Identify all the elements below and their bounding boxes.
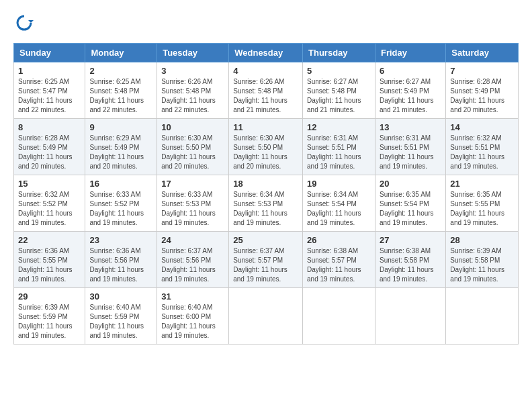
day-number: 4 [233,66,298,76]
weekday-monday: Monday [85,44,157,62]
calendar: SundayMondayTuesdayWednesdayThursdayFrid… [13,43,519,345]
day-info: Sunrise: 6:32 AMSunset: 5:51 PMDaylight:… [450,134,514,171]
calendar-cell: 8 Sunrise: 6:28 AMSunset: 5:49 PMDayligh… [14,119,85,175]
logo-icon [15,13,34,32]
day-number: 26 [307,235,371,245]
day-number: 12 [307,122,371,132]
day-info: Sunrise: 6:38 AMSunset: 5:58 PMDaylight:… [380,246,441,284]
day-number: 3 [161,66,224,76]
day-info: Sunrise: 6:27 AMSunset: 5:48 PMDaylight:… [307,77,371,115]
day-info: Sunrise: 6:39 AMSunset: 5:58 PMDaylight:… [450,246,514,284]
day-info: Sunrise: 6:25 AMSunset: 5:47 PMDaylight:… [18,77,81,115]
day-info: Sunrise: 6:31 AMSunset: 5:51 PMDaylight:… [307,134,371,171]
calendar-cell: 7 Sunrise: 6:28 AMSunset: 5:49 PMDayligh… [446,62,519,119]
day-info: Sunrise: 6:31 AMSunset: 5:51 PMDaylight:… [380,134,441,171]
day-number: 6 [380,66,441,76]
calendar-cell: 19 Sunrise: 6:34 AMSunset: 5:54 PMDaylig… [303,175,375,232]
day-number: 1 [18,66,81,76]
day-info: Sunrise: 6:40 AMSunset: 5:59 PMDaylight:… [89,303,152,340]
calendar-cell: 6 Sunrise: 6:27 AMSunset: 5:49 PMDayligh… [375,62,445,119]
calendar-week-5: 29 Sunrise: 6:39 AMSunset: 5:59 PMDaylig… [14,288,519,345]
calendar-cell: 9 Sunrise: 6:29 AMSunset: 5:49 PMDayligh… [85,119,157,175]
calendar-cell: 2 Sunrise: 6:25 AMSunset: 5:48 PMDayligh… [85,62,157,119]
page-header [13,13,519,32]
calendar-cell: 24 Sunrise: 6:37 AMSunset: 5:56 PMDaylig… [157,232,229,288]
day-number: 23 [89,235,152,245]
calendar-cell: 26 Sunrise: 6:38 AMSunset: 5:57 PMDaylig… [303,232,375,288]
calendar-cell [303,288,375,345]
day-number: 13 [380,122,441,132]
calendar-cell: 30 Sunrise: 6:40 AMSunset: 5:59 PMDaylig… [85,288,157,345]
day-number: 15 [18,179,81,189]
day-info: Sunrise: 6:38 AMSunset: 5:57 PMDaylight:… [307,246,371,284]
calendar-week-2: 8 Sunrise: 6:28 AMSunset: 5:49 PMDayligh… [14,119,519,175]
day-number: 5 [307,66,371,76]
calendar-cell [446,288,519,345]
calendar-cell [375,288,445,345]
calendar-cell: 5 Sunrise: 6:27 AMSunset: 5:48 PMDayligh… [303,62,375,119]
day-info: Sunrise: 6:30 AMSunset: 5:50 PMDaylight:… [161,134,224,171]
logo [13,13,35,32]
calendar-week-1: 1 Sunrise: 6:25 AMSunset: 5:47 PMDayligh… [14,62,519,119]
day-number: 31 [161,291,224,302]
calendar-cell: 16 Sunrise: 6:33 AMSunset: 5:52 PMDaylig… [85,175,157,232]
calendar-cell: 31 Sunrise: 6:40 AMSunset: 6:00 PMDaylig… [157,288,229,345]
day-number: 2 [89,66,152,76]
day-number: 16 [89,179,152,189]
weekday-thursday: Thursday [303,44,375,62]
calendar-cell: 25 Sunrise: 6:37 AMSunset: 5:57 PMDaylig… [229,232,303,288]
day-number: 28 [450,235,514,245]
day-info: Sunrise: 6:37 AMSunset: 5:57 PMDaylight:… [233,246,298,284]
weekday-header-row: SundayMondayTuesdayWednesdayThursdayFrid… [14,44,519,62]
day-info: Sunrise: 6:26 AMSunset: 5:48 PMDaylight:… [233,77,298,115]
day-info: Sunrise: 6:40 AMSunset: 6:00 PMDaylight:… [161,303,224,340]
calendar-cell: 3 Sunrise: 6:26 AMSunset: 5:48 PMDayligh… [157,62,229,119]
day-number: 25 [233,235,298,245]
calendar-cell: 11 Sunrise: 6:30 AMSunset: 5:50 PMDaylig… [229,119,303,175]
calendar-cell [229,288,303,345]
day-info: Sunrise: 6:34 AMSunset: 5:54 PMDaylight:… [307,190,371,228]
day-number: 8 [18,122,81,132]
calendar-cell: 10 Sunrise: 6:30 AMSunset: 5:50 PMDaylig… [157,119,229,175]
day-info: Sunrise: 6:26 AMSunset: 5:48 PMDaylight:… [161,77,224,115]
weekday-wednesday: Wednesday [229,44,303,62]
day-number: 18 [233,179,298,189]
calendar-week-4: 22 Sunrise: 6:36 AMSunset: 5:55 PMDaylig… [14,232,519,288]
day-number: 20 [380,179,441,189]
weekday-tuesday: Tuesday [157,44,229,62]
day-info: Sunrise: 6:32 AMSunset: 5:52 PMDaylight:… [18,190,81,228]
calendar-cell: 20 Sunrise: 6:35 AMSunset: 5:54 PMDaylig… [375,175,445,232]
day-info: Sunrise: 6:37 AMSunset: 5:56 PMDaylight:… [161,246,224,284]
day-info: Sunrise: 6:28 AMSunset: 5:49 PMDaylight:… [450,77,514,115]
calendar-cell: 21 Sunrise: 6:35 AMSunset: 5:55 PMDaylig… [446,175,519,232]
day-info: Sunrise: 6:35 AMSunset: 5:55 PMDaylight:… [450,190,514,228]
day-number: 21 [450,179,514,189]
calendar-cell: 17 Sunrise: 6:33 AMSunset: 5:53 PMDaylig… [157,175,229,232]
calendar-cell: 28 Sunrise: 6:39 AMSunset: 5:58 PMDaylig… [446,232,519,288]
day-info: Sunrise: 6:25 AMSunset: 5:48 PMDaylight:… [89,77,152,115]
weekday-sunday: Sunday [14,44,85,62]
calendar-cell: 23 Sunrise: 6:36 AMSunset: 5:56 PMDaylig… [85,232,157,288]
day-number: 10 [161,122,224,132]
svg-marker-0 [28,20,34,23]
calendar-cell: 13 Sunrise: 6:31 AMSunset: 5:51 PMDaylig… [375,119,445,175]
day-number: 30 [89,291,152,302]
calendar-cell: 22 Sunrise: 6:36 AMSunset: 5:55 PMDaylig… [14,232,85,288]
day-info: Sunrise: 6:28 AMSunset: 5:49 PMDaylight:… [18,134,81,171]
day-info: Sunrise: 6:33 AMSunset: 5:52 PMDaylight:… [89,190,152,228]
day-info: Sunrise: 6:33 AMSunset: 5:53 PMDaylight:… [161,190,224,228]
day-number: 24 [161,235,224,245]
day-info: Sunrise: 6:30 AMSunset: 5:50 PMDaylight:… [233,134,298,171]
day-info: Sunrise: 6:39 AMSunset: 5:59 PMDaylight:… [18,303,81,340]
day-number: 27 [380,235,441,245]
weekday-saturday: Saturday [446,44,519,62]
calendar-cell: 27 Sunrise: 6:38 AMSunset: 5:58 PMDaylig… [375,232,445,288]
calendar-body: 1 Sunrise: 6:25 AMSunset: 5:47 PMDayligh… [14,62,519,345]
calendar-cell: 12 Sunrise: 6:31 AMSunset: 5:51 PMDaylig… [303,119,375,175]
day-info: Sunrise: 6:34 AMSunset: 5:53 PMDaylight:… [233,190,298,228]
calendar-cell: 18 Sunrise: 6:34 AMSunset: 5:53 PMDaylig… [229,175,303,232]
day-number: 9 [89,122,152,132]
day-number: 11 [233,122,298,132]
calendar-cell: 15 Sunrise: 6:32 AMSunset: 5:52 PMDaylig… [14,175,85,232]
calendar-cell: 1 Sunrise: 6:25 AMSunset: 5:47 PMDayligh… [14,62,85,119]
